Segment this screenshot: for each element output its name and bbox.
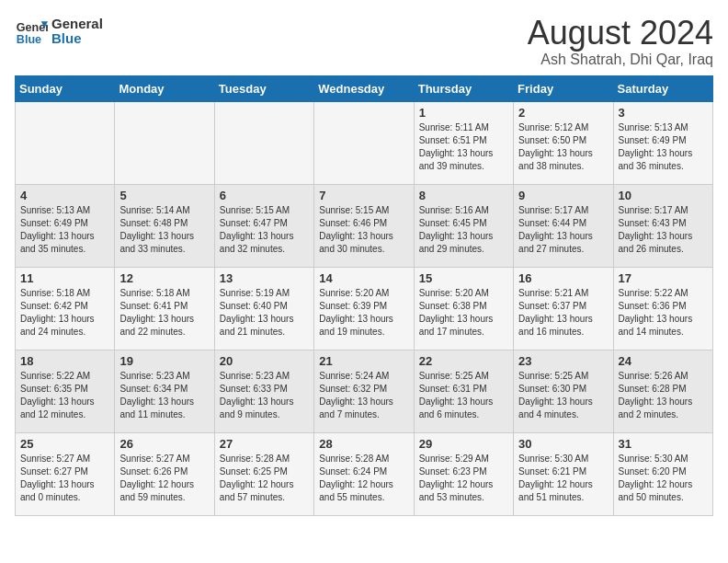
day-info-text: Sunrise: 5:21 AM Sunset: 6:37 PM Dayligh… bbox=[518, 287, 608, 339]
svg-text:Blue: Blue bbox=[17, 33, 41, 46]
day-info-text: Sunrise: 5:19 AM Sunset: 6:40 PM Dayligh… bbox=[220, 287, 309, 339]
logo-line2: Blue bbox=[51, 31, 103, 47]
calendar-day-31: 31Sunrise: 5:30 AM Sunset: 6:20 PM Dayli… bbox=[613, 432, 712, 515]
calendar-day-26: 26Sunrise: 5:27 AM Sunset: 6:26 PM Dayli… bbox=[115, 432, 214, 515]
calendar-day-29: 29Sunrise: 5:29 AM Sunset: 6:23 PM Dayli… bbox=[414, 432, 513, 515]
day-number: 19 bbox=[119, 354, 209, 368]
calendar-week-row: 11Sunrise: 5:18 AM Sunset: 6:42 PM Dayli… bbox=[16, 267, 713, 350]
day-number: 16 bbox=[518, 271, 608, 285]
day-info-text: Sunrise: 5:20 AM Sunset: 6:38 PM Dayligh… bbox=[419, 287, 508, 339]
day-number: 30 bbox=[518, 437, 608, 451]
calendar-day-10: 10Sunrise: 5:17 AM Sunset: 6:43 PM Dayli… bbox=[613, 184, 712, 267]
calendar-empty-cell bbox=[214, 101, 313, 184]
day-number: 13 bbox=[220, 271, 309, 285]
calendar-day-16: 16Sunrise: 5:21 AM Sunset: 6:37 PM Dayli… bbox=[514, 267, 613, 350]
calendar-day-5: 5Sunrise: 5:14 AM Sunset: 6:48 PM Daylig… bbox=[115, 184, 214, 267]
day-info-text: Sunrise: 5:15 AM Sunset: 6:46 PM Dayligh… bbox=[319, 204, 408, 256]
day-info-text: Sunrise: 5:25 AM Sunset: 6:30 PM Dayligh… bbox=[518, 370, 608, 421]
day-number: 28 bbox=[319, 437, 408, 451]
day-info-text: Sunrise: 5:11 AM Sunset: 6:51 PM Dayligh… bbox=[419, 121, 508, 173]
day-info-text: Sunrise: 5:15 AM Sunset: 6:47 PM Dayligh… bbox=[220, 204, 309, 256]
day-info-text: Sunrise: 5:22 AM Sunset: 6:36 PM Dayligh… bbox=[619, 287, 708, 339]
day-info-text: Sunrise: 5:17 AM Sunset: 6:43 PM Dayligh… bbox=[619, 204, 708, 256]
day-info-text: Sunrise: 5:12 AM Sunset: 6:50 PM Dayligh… bbox=[518, 121, 608, 173]
calendar-day-8: 8Sunrise: 5:16 AM Sunset: 6:45 PM Daylig… bbox=[414, 184, 513, 267]
weekday-header-monday: Monday bbox=[115, 75, 214, 101]
day-info-text: Sunrise: 5:23 AM Sunset: 6:33 PM Dayligh… bbox=[220, 370, 309, 421]
day-number: 22 bbox=[419, 354, 508, 368]
day-number: 31 bbox=[619, 437, 708, 451]
day-info-text: Sunrise: 5:25 AM Sunset: 6:31 PM Dayligh… bbox=[419, 370, 508, 421]
day-info-text: Sunrise: 5:27 AM Sunset: 6:26 PM Dayligh… bbox=[119, 453, 209, 504]
day-info-text: Sunrise: 5:13 AM Sunset: 6:49 PM Dayligh… bbox=[20, 204, 109, 256]
calendar-day-19: 19Sunrise: 5:23 AM Sunset: 6:34 PM Dayli… bbox=[115, 350, 214, 432]
calendar-header-row: SundayMondayTuesdayWednesdayThursdayFrid… bbox=[16, 75, 713, 101]
day-number: 26 bbox=[119, 437, 209, 451]
logo-icon: General Blue bbox=[15, 15, 48, 48]
day-number: 8 bbox=[419, 189, 508, 202]
day-number: 24 bbox=[619, 354, 708, 368]
day-info-text: Sunrise: 5:29 AM Sunset: 6:23 PM Dayligh… bbox=[419, 453, 508, 504]
day-number: 18 bbox=[20, 354, 109, 368]
calendar-day-24: 24Sunrise: 5:26 AM Sunset: 6:28 PM Dayli… bbox=[613, 350, 712, 432]
day-number: 27 bbox=[220, 437, 309, 451]
calendar-day-20: 20Sunrise: 5:23 AM Sunset: 6:33 PM Dayli… bbox=[214, 350, 313, 432]
month-year-title: August 2024 bbox=[528, 15, 713, 52]
calendar-day-3: 3Sunrise: 5:13 AM Sunset: 6:49 PM Daylig… bbox=[613, 101, 712, 184]
calendar-day-28: 28Sunrise: 5:28 AM Sunset: 6:24 PM Dayli… bbox=[314, 432, 414, 515]
day-number: 25 bbox=[20, 437, 109, 451]
calendar-day-25: 25Sunrise: 5:27 AM Sunset: 6:27 PM Dayli… bbox=[16, 432, 115, 515]
weekday-header-saturday: Saturday bbox=[613, 75, 712, 101]
day-number: 23 bbox=[518, 354, 608, 368]
logo: General Blue General Blue bbox=[15, 15, 103, 48]
day-number: 10 bbox=[619, 189, 708, 202]
day-number: 12 bbox=[119, 271, 209, 285]
day-number: 3 bbox=[619, 106, 708, 120]
day-info-text: Sunrise: 5:23 AM Sunset: 6:34 PM Dayligh… bbox=[119, 370, 209, 421]
day-info-text: Sunrise: 5:14 AM Sunset: 6:48 PM Dayligh… bbox=[119, 204, 209, 256]
calendar-day-22: 22Sunrise: 5:25 AM Sunset: 6:31 PM Dayli… bbox=[414, 350, 513, 432]
day-info-text: Sunrise: 5:28 AM Sunset: 6:24 PM Dayligh… bbox=[319, 453, 408, 504]
calendar-day-11: 11Sunrise: 5:18 AM Sunset: 6:42 PM Dayli… bbox=[16, 267, 115, 350]
calendar-day-18: 18Sunrise: 5:22 AM Sunset: 6:35 PM Dayli… bbox=[16, 350, 115, 432]
day-number: 14 bbox=[319, 271, 408, 285]
day-number: 21 bbox=[319, 354, 408, 368]
day-info-text: Sunrise: 5:17 AM Sunset: 6:44 PM Dayligh… bbox=[518, 204, 608, 256]
page-header: General Blue General Blue August 2024 As… bbox=[15, 15, 713, 68]
day-number: 1 bbox=[419, 106, 508, 120]
calendar-week-row: 25Sunrise: 5:27 AM Sunset: 6:27 PM Dayli… bbox=[16, 432, 713, 515]
calendar-day-21: 21Sunrise: 5:24 AM Sunset: 6:32 PM Dayli… bbox=[314, 350, 414, 432]
title-block: August 2024 Ash Shatrah, Dhi Qar, Iraq bbox=[528, 15, 713, 68]
weekday-header-sunday: Sunday bbox=[16, 75, 115, 101]
day-number: 29 bbox=[419, 437, 508, 451]
weekday-header-friday: Friday bbox=[514, 75, 613, 101]
calendar-day-6: 6Sunrise: 5:15 AM Sunset: 6:47 PM Daylig… bbox=[214, 184, 313, 267]
day-number: 5 bbox=[119, 189, 209, 202]
day-info-text: Sunrise: 5:26 AM Sunset: 6:28 PM Dayligh… bbox=[619, 370, 708, 421]
day-number: 20 bbox=[220, 354, 309, 368]
calendar-day-9: 9Sunrise: 5:17 AM Sunset: 6:44 PM Daylig… bbox=[514, 184, 613, 267]
day-number: 17 bbox=[619, 271, 708, 285]
day-info-text: Sunrise: 5:22 AM Sunset: 6:35 PM Dayligh… bbox=[20, 370, 109, 421]
calendar-day-13: 13Sunrise: 5:19 AM Sunset: 6:40 PM Dayli… bbox=[214, 267, 313, 350]
day-number: 7 bbox=[319, 189, 408, 202]
day-info-text: Sunrise: 5:28 AM Sunset: 6:25 PM Dayligh… bbox=[220, 453, 309, 504]
weekday-header-tuesday: Tuesday bbox=[214, 75, 313, 101]
calendar-day-2: 2Sunrise: 5:12 AM Sunset: 6:50 PM Daylig… bbox=[514, 101, 613, 184]
day-info-text: Sunrise: 5:27 AM Sunset: 6:27 PM Dayligh… bbox=[20, 453, 109, 504]
weekday-header-thursday: Thursday bbox=[414, 75, 513, 101]
day-info-text: Sunrise: 5:20 AM Sunset: 6:39 PM Dayligh… bbox=[319, 287, 408, 339]
day-info-text: Sunrise: 5:13 AM Sunset: 6:49 PM Dayligh… bbox=[619, 121, 708, 173]
day-info-text: Sunrise: 5:30 AM Sunset: 6:20 PM Dayligh… bbox=[619, 453, 708, 504]
calendar-day-12: 12Sunrise: 5:18 AM Sunset: 6:41 PM Dayli… bbox=[115, 267, 214, 350]
calendar-empty-cell bbox=[16, 101, 115, 184]
calendar-day-7: 7Sunrise: 5:15 AM Sunset: 6:46 PM Daylig… bbox=[314, 184, 414, 267]
day-number: 11 bbox=[20, 271, 109, 285]
calendar-day-30: 30Sunrise: 5:30 AM Sunset: 6:21 PM Dayli… bbox=[514, 432, 613, 515]
day-number: 9 bbox=[518, 189, 608, 202]
location-subtitle: Ash Shatrah, Dhi Qar, Iraq bbox=[528, 52, 713, 68]
day-info-text: Sunrise: 5:18 AM Sunset: 6:42 PM Dayligh… bbox=[20, 287, 109, 339]
day-info-text: Sunrise: 5:16 AM Sunset: 6:45 PM Dayligh… bbox=[419, 204, 508, 256]
calendar-day-1: 1Sunrise: 5:11 AM Sunset: 6:51 PM Daylig… bbox=[414, 101, 513, 184]
day-number: 4 bbox=[20, 189, 109, 202]
